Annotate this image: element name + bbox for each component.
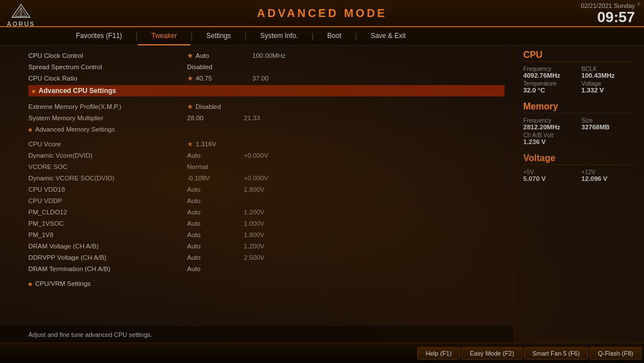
star-icon-2: ★ — [187, 74, 193, 82]
row-dram-voltage[interactable]: DRAM Voltage (CH A/B) Auto 1.200V — [28, 240, 505, 252]
row-pm-cldo12[interactable]: PM_CLDO12 Auto 1.200V — [28, 206, 505, 218]
cpu-title: CPU — [523, 50, 635, 62]
main-content: CPU Clock Control ★ Auto 100.00MHz Sprea… — [0, 45, 644, 343]
easy-mode-button[interactable]: Easy Mode (F2) — [461, 347, 523, 360]
bullet-icon-vrm: ■ — [28, 281, 32, 287]
logo-text: AORUS — [7, 20, 35, 27]
volt-12v-label: +12V — [582, 168, 635, 175]
volt-5v-value: 5.070 V — [523, 175, 577, 182]
description-text: Adjust and fine tune advanced CPU settin… — [28, 331, 152, 338]
volt-5v-label: +5V — [523, 168, 577, 175]
voltage-title: Voltage — [523, 153, 635, 165]
row-spread-spectrum[interactable]: Spread Spectrum Control Disabled — [28, 61, 505, 73]
smart-fan-button[interactable]: Smart Fan 5 (F6) — [524, 347, 588, 360]
cpu-freq-label: Frequency — [523, 65, 577, 72]
star-icon-0: ★ — [187, 52, 193, 60]
mem-chvolt-value: 1.236 V — [523, 138, 635, 145]
mem-chvolt-label: Ch A/B Volt — [523, 132, 635, 138]
time-display: 09:57 — [581, 9, 635, 26]
row-vcore-soc[interactable]: VCORE SOC Normal — [28, 161, 505, 172]
row-cpu-vddp[interactable]: CPU VDDP Auto — [28, 195, 505, 206]
row-cpu-clock-control[interactable]: CPU Clock Control ★ Auto 100.00MHz — [28, 50, 505, 61]
cpu-bclk-label: BCLK — [582, 65, 635, 72]
cpu-bclk-value: 100.43MHz — [582, 72, 635, 79]
row-cpu-clock-ratio[interactable]: CPU Clock Ratio ★ 40.75 37.00 — [28, 73, 505, 84]
row-xmp[interactable]: Extreme Memory Profile(X.M.P.) ★ Disable… — [28, 101, 505, 112]
description-bar: Adjust and fine tune advanced CPU settin… — [0, 325, 514, 343]
bullet-icon-mem: ■ — [28, 126, 32, 133]
row-ddrvpp-voltage[interactable]: DDRVPP Voltage (CH A/B) Auto 2.500V — [28, 252, 505, 263]
volt-12v-value: 12.096 V — [582, 175, 635, 182]
row-cpu-vdd18[interactable]: CPU VDD18 Auto 1.800V — [28, 184, 505, 195]
info-panel: CPU Frequency 4092.76MHz BCLK 100.43MHz … — [514, 45, 644, 343]
row-cpu-vcore[interactable]: CPU Vcore ★ 1.316V — [28, 138, 505, 150]
star-icon-5: ★ — [187, 103, 193, 111]
subsection-cpu-vrm[interactable]: ■ CPU/VRM Settings — [28, 278, 505, 289]
bullet-icon: ■ — [32, 88, 35, 94]
header-title: ADVANCED MODE — [257, 7, 387, 20]
nav-boot[interactable]: Boot — [313, 27, 355, 45]
mem-size-value: 32768MB — [582, 124, 635, 130]
mem-freq-value: 2812.20MHz — [523, 124, 577, 130]
memory-title: Memory — [523, 102, 635, 113]
datetime: 02/21/2021 Sunday 09:57 — [581, 2, 635, 26]
cpu-info: CPU Frequency 4092.76MHz BCLK 100.43MHz … — [523, 50, 635, 94]
memory-info: Memory Frequency 2812.20MHz Size 32768MB… — [523, 102, 635, 145]
cpu-volt-label: Voltage — [582, 80, 635, 87]
section-advanced-cpu[interactable]: ■ Advanced CPU Settings — [28, 85, 505, 96]
header: AORUS ADVANCED MODE 02/21/2021 Sunday 09… — [0, 0, 644, 27]
row-dram-termination[interactable]: DRAM Termination (CH A/B) Auto — [28, 263, 505, 275]
settings-panel: CPU Clock Control ★ Auto 100.00MHz Sprea… — [0, 45, 514, 343]
nav-settings[interactable]: Settings — [193, 27, 244, 45]
cpu-volt-value: 1.332 V — [582, 87, 635, 94]
nav-save-exit[interactable]: Save & Exit — [357, 27, 420, 45]
row-mem-multiplier[interactable]: System Memory Multiplier 28.00 21.33 — [28, 112, 505, 124]
star-icon-9: ★ — [187, 140, 193, 148]
navigation: Favorites (F11) | Tweaker | Settings | S… — [0, 27, 644, 45]
row-pm-1vsoc[interactable]: PM_1VSOC Auto 1.000V — [28, 218, 505, 229]
voltage-info: Voltage +5V 5.070 V +12V 12.096 V — [523, 153, 635, 182]
cpu-freq-value: 4092.76MHz — [523, 72, 577, 79]
nav-tweaker[interactable]: Tweaker — [138, 27, 190, 45]
help-button[interactable]: Help (F1) — [417, 347, 460, 360]
logo: AORUS — [7, 3, 35, 27]
registered-mark: ® — [637, 2, 641, 7]
cpu-temp-label: Temperature — [523, 80, 577, 87]
cpu-temp-value: 32.0 °C — [523, 87, 577, 94]
nav-sysinfo[interactable]: System Info. — [247, 27, 312, 45]
row-pm-1v8[interactable]: PM_1V8 Auto 1.800V — [28, 229, 505, 240]
row-dynamic-vcore-soc[interactable]: Dynamic VCORE SOC(DVID) -0.108V +0.000V — [28, 172, 505, 184]
mem-freq-label: Frequency — [523, 117, 577, 124]
footer: Help (F1) Easy Mode (F2) Smart Fan 5 (F6… — [0, 343, 644, 363]
nav-favorites[interactable]: Favorites (F11) — [62, 27, 135, 45]
row-dynamic-vcore[interactable]: Dynamic Vcore(DVID) Auto +0.000V — [28, 150, 505, 161]
mem-size-label: Size — [582, 117, 635, 124]
subsection-advanced-memory[interactable]: ■ Advanced Memory Settings — [28, 124, 505, 135]
qflash-button[interactable]: Q-Flash (F8) — [590, 347, 642, 360]
